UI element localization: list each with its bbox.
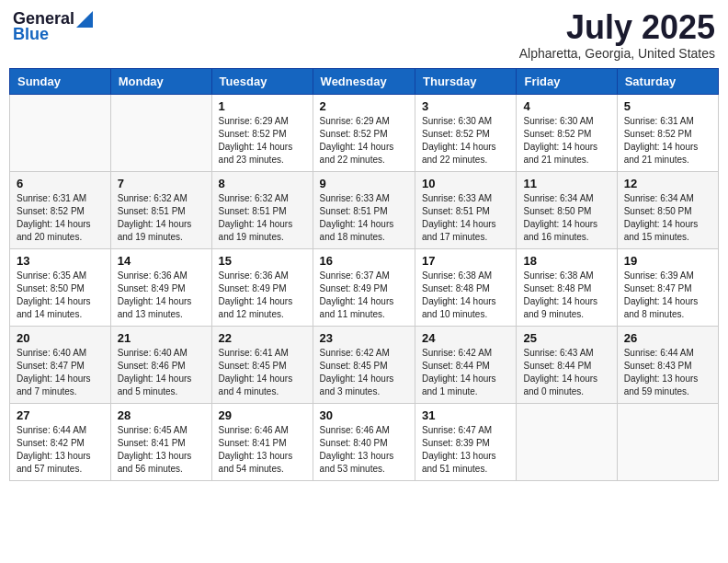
calendar-day-cell: 27Sunrise: 6:44 AMSunset: 8:42 PMDayligh…	[10, 403, 111, 480]
calendar-week-row: 1Sunrise: 6:29 AMSunset: 8:52 PMDaylight…	[10, 94, 719, 171]
weekday-header: Wednesday	[313, 68, 415, 94]
calendar-day-cell: 24Sunrise: 6:42 AMSunset: 8:44 PMDayligh…	[415, 326, 517, 403]
day-info: Sunrise: 6:31 AMSunset: 8:52 PMDaylight:…	[17, 192, 104, 244]
day-number: 1	[219, 99, 306, 113]
day-info: Sunrise: 6:44 AMSunset: 8:42 PMDaylight:…	[17, 424, 104, 476]
calendar-day-cell: 20Sunrise: 6:40 AMSunset: 8:47 PMDayligh…	[10, 326, 111, 403]
day-number: 15	[219, 254, 306, 268]
calendar-day-cell: 28Sunrise: 6:45 AMSunset: 8:41 PMDayligh…	[110, 403, 211, 480]
calendar-week-row: 20Sunrise: 6:40 AMSunset: 8:47 PMDayligh…	[10, 326, 719, 403]
day-number: 12	[624, 177, 711, 190]
day-number: 20	[17, 331, 104, 345]
day-info: Sunrise: 6:30 AMSunset: 8:52 PMDaylight:…	[523, 115, 609, 167]
weekday-header: Tuesday	[211, 68, 313, 94]
day-number: 17	[422, 254, 509, 268]
month-title: July 2025	[519, 9, 715, 46]
calendar-day-cell: 22Sunrise: 6:41 AMSunset: 8:45 PMDayligh…	[211, 326, 313, 403]
day-number: 4	[523, 99, 609, 113]
calendar-day-cell	[517, 403, 617, 480]
calendar-day-cell: 7Sunrise: 6:32 AMSunset: 8:51 PMDaylight…	[110, 171, 211, 248]
day-info: Sunrise: 6:42 AMSunset: 8:45 PMDaylight:…	[320, 347, 408, 398]
calendar-day-cell: 8Sunrise: 6:32 AMSunset: 8:51 PMDaylight…	[211, 171, 313, 248]
weekday-header: Monday	[110, 68, 211, 94]
day-info: Sunrise: 6:34 AMSunset: 8:50 PMDaylight:…	[624, 192, 711, 244]
day-info: Sunrise: 6:47 AMSunset: 8:39 PMDaylight:…	[422, 424, 509, 476]
day-info: Sunrise: 6:34 AMSunset: 8:50 PMDaylight:…	[523, 192, 609, 244]
day-number: 6	[17, 177, 104, 190]
calendar-day-cell: 5Sunrise: 6:31 AMSunset: 8:52 PMDaylight…	[617, 94, 718, 171]
calendar-day-cell: 2Sunrise: 6:29 AMSunset: 8:52 PMDaylight…	[313, 94, 415, 171]
day-number: 11	[523, 177, 609, 190]
day-number: 19	[624, 254, 711, 268]
day-number: 9	[320, 177, 408, 190]
day-number: 22	[219, 331, 306, 345]
day-info: Sunrise: 6:33 AMSunset: 8:51 PMDaylight:…	[320, 192, 408, 244]
day-info: Sunrise: 6:38 AMSunset: 8:48 PMDaylight:…	[523, 270, 609, 321]
day-number: 30	[320, 408, 408, 422]
calendar-week-row: 27Sunrise: 6:44 AMSunset: 8:42 PMDayligh…	[10, 403, 719, 480]
day-info: Sunrise: 6:42 AMSunset: 8:44 PMDaylight:…	[422, 347, 509, 398]
calendar: SundayMondayTuesdayWednesdayThursdayFrid…	[9, 68, 719, 481]
calendar-day-cell: 18Sunrise: 6:38 AMSunset: 8:48 PMDayligh…	[517, 248, 617, 326]
title-section: July 2025 Alpharetta, Georgia, United St…	[519, 9, 715, 61]
day-info: Sunrise: 6:29 AMSunset: 8:52 PMDaylight:…	[219, 115, 306, 167]
day-info: Sunrise: 6:46 AMSunset: 8:40 PMDaylight:…	[320, 424, 408, 476]
calendar-day-cell: 26Sunrise: 6:44 AMSunset: 8:43 PMDayligh…	[617, 326, 718, 403]
svg-marker-0	[76, 11, 93, 28]
calendar-day-cell: 11Sunrise: 6:34 AMSunset: 8:50 PMDayligh…	[517, 171, 617, 248]
calendar-day-cell: 14Sunrise: 6:36 AMSunset: 8:49 PMDayligh…	[110, 248, 211, 326]
day-number: 5	[624, 99, 711, 113]
calendar-day-cell: 6Sunrise: 6:31 AMSunset: 8:52 PMDaylight…	[10, 171, 111, 248]
calendar-header-row: SundayMondayTuesdayWednesdayThursdayFrid…	[10, 68, 719, 94]
day-number: 29	[219, 408, 306, 422]
weekday-header: Thursday	[415, 68, 517, 94]
day-number: 18	[523, 254, 609, 268]
location: Alpharetta, Georgia, United States	[519, 46, 715, 61]
day-info: Sunrise: 6:35 AMSunset: 8:50 PMDaylight:…	[17, 270, 104, 321]
calendar-day-cell: 16Sunrise: 6:37 AMSunset: 8:49 PMDayligh…	[313, 248, 415, 326]
day-info: Sunrise: 6:31 AMSunset: 8:52 PMDaylight:…	[624, 115, 711, 167]
day-info: Sunrise: 6:32 AMSunset: 8:51 PMDaylight:…	[219, 192, 306, 244]
weekday-header: Friday	[517, 68, 617, 94]
calendar-day-cell	[110, 94, 211, 171]
calendar-day-cell: 19Sunrise: 6:39 AMSunset: 8:47 PMDayligh…	[617, 248, 718, 326]
calendar-day-cell: 12Sunrise: 6:34 AMSunset: 8:50 PMDayligh…	[617, 171, 718, 248]
page-header: General Blue July 2025 Alpharetta, Georg…	[9, 9, 719, 61]
day-info: Sunrise: 6:33 AMSunset: 8:51 PMDaylight:…	[422, 192, 509, 244]
day-number: 7	[118, 177, 205, 190]
calendar-day-cell: 15Sunrise: 6:36 AMSunset: 8:49 PMDayligh…	[211, 248, 313, 326]
logo-blue-text: Blue	[13, 25, 49, 44]
calendar-day-cell: 10Sunrise: 6:33 AMSunset: 8:51 PMDayligh…	[415, 171, 517, 248]
day-number: 10	[422, 177, 509, 190]
day-info: Sunrise: 6:36 AMSunset: 8:49 PMDaylight:…	[219, 270, 306, 321]
day-number: 8	[219, 177, 306, 190]
day-info: Sunrise: 6:45 AMSunset: 8:41 PMDaylight:…	[118, 424, 205, 476]
calendar-day-cell: 1Sunrise: 6:29 AMSunset: 8:52 PMDaylight…	[211, 94, 313, 171]
day-number: 28	[118, 408, 205, 422]
calendar-day-cell: 30Sunrise: 6:46 AMSunset: 8:40 PMDayligh…	[313, 403, 415, 480]
calendar-week-row: 13Sunrise: 6:35 AMSunset: 8:50 PMDayligh…	[10, 248, 719, 326]
weekday-header: Saturday	[617, 68, 718, 94]
calendar-day-cell: 23Sunrise: 6:42 AMSunset: 8:45 PMDayligh…	[313, 326, 415, 403]
day-info: Sunrise: 6:29 AMSunset: 8:52 PMDaylight:…	[320, 115, 408, 167]
day-info: Sunrise: 6:39 AMSunset: 8:47 PMDaylight:…	[624, 270, 711, 321]
day-info: Sunrise: 6:41 AMSunset: 8:45 PMDaylight:…	[219, 347, 306, 398]
day-info: Sunrise: 6:32 AMSunset: 8:51 PMDaylight:…	[118, 192, 205, 244]
calendar-day-cell: 21Sunrise: 6:40 AMSunset: 8:46 PMDayligh…	[110, 326, 211, 403]
day-number: 2	[320, 99, 408, 113]
calendar-day-cell: 3Sunrise: 6:30 AMSunset: 8:52 PMDaylight…	[415, 94, 517, 171]
day-number: 16	[320, 254, 408, 268]
day-number: 24	[422, 331, 509, 345]
calendar-day-cell: 25Sunrise: 6:43 AMSunset: 8:44 PMDayligh…	[517, 326, 617, 403]
day-info: Sunrise: 6:38 AMSunset: 8:48 PMDaylight:…	[422, 270, 509, 321]
day-info: Sunrise: 6:43 AMSunset: 8:44 PMDaylight:…	[523, 347, 609, 398]
day-info: Sunrise: 6:44 AMSunset: 8:43 PMDaylight:…	[624, 347, 711, 398]
weekday-header: Sunday	[10, 68, 111, 94]
calendar-day-cell: 29Sunrise: 6:46 AMSunset: 8:41 PMDayligh…	[211, 403, 313, 480]
calendar-day-cell: 9Sunrise: 6:33 AMSunset: 8:51 PMDaylight…	[313, 171, 415, 248]
day-number: 3	[422, 99, 509, 113]
day-info: Sunrise: 6:40 AMSunset: 8:47 PMDaylight:…	[17, 347, 104, 398]
day-number: 13	[17, 254, 104, 268]
logo: General Blue	[13, 9, 93, 44]
day-number: 27	[17, 408, 104, 422]
